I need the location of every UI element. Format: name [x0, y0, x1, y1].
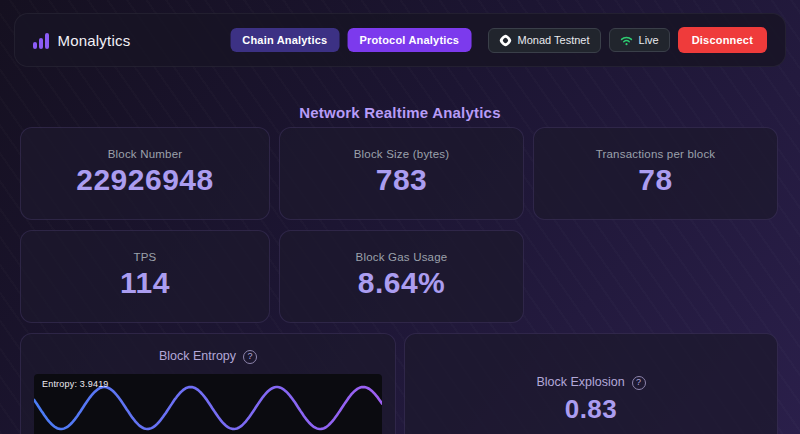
brand-logo[interactable]: Monalytics: [33, 32, 130, 49]
disconnect-button[interactable]: Disconnect: [678, 27, 767, 53]
bar-chart-icon: [33, 32, 49, 49]
page-title: Network Realtime Analytics: [0, 104, 800, 121]
tps-card: TPS 114: [20, 230, 270, 323]
stats-row-2: TPS 114 Block Gas Usage 8.64%: [20, 230, 524, 323]
live-badge[interactable]: Live: [609, 28, 670, 52]
stat-label: Block Size (bytes): [354, 147, 450, 161]
stat-value: 114: [120, 266, 170, 300]
wifi-icon: [620, 35, 633, 46]
monad-diamond-icon: [499, 34, 512, 47]
network-badge[interactable]: Monad Testnet: [488, 28, 601, 53]
transactions-per-block-card: Transactions per block 78: [533, 127, 778, 220]
stat-label: Block Number: [108, 147, 183, 161]
block-explosion-title-row: Block Explosion ?: [536, 374, 645, 391]
stat-label: Transactions per block: [596, 147, 716, 161]
stat-label: TPS: [134, 250, 157, 264]
nav-tabs: Chain Analytics Protocol Analytics: [230, 28, 471, 52]
stats-row-1: Block Number 22926948 Block Size (bytes)…: [20, 127, 778, 220]
block-size-card: Block Size (bytes) 783: [279, 127, 524, 220]
block-gas-usage-card: Block Gas Usage 8.64%: [279, 230, 524, 323]
protocol-analytics-button[interactable]: Protocol Analytics: [347, 28, 471, 52]
block-explosion-title: Block Explosion: [536, 374, 624, 391]
chain-analytics-button[interactable]: Chain Analytics: [230, 28, 339, 52]
stat-label: Block Gas Usage: [356, 250, 448, 264]
block-entropy-panel: Block Entropy ? Entropy: 3.9419: [20, 333, 396, 434]
entropy-reading-label: Entropy: 3.9419: [42, 379, 109, 389]
live-badge-label: Live: [639, 34, 659, 46]
top-navbar: Monalytics Chain Analytics Protocol Anal…: [14, 13, 786, 67]
entropy-wave-chart: Entropy: 3.9419: [34, 374, 382, 434]
stat-value: 8.64%: [358, 266, 446, 300]
block-entropy-title-row: Block Entropy ?: [21, 348, 395, 365]
charts-row: Block Entropy ? Entropy: 3.9419 Block Ex…: [20, 333, 778, 434]
network-badge-label: Monad Testnet: [518, 34, 590, 46]
block-explosion-panel: Block Explosion ? 0.83: [404, 333, 778, 434]
brand-name: Monalytics: [58, 32, 131, 49]
stat-value: 78: [638, 163, 672, 197]
question-circle-icon[interactable]: ?: [632, 376, 646, 390]
question-circle-icon[interactable]: ?: [243, 350, 257, 364]
navbar-right-group: Monad Testnet Live Disconnect: [488, 27, 767, 53]
stat-value: 783: [376, 163, 428, 197]
block-entropy-title: Block Entropy: [159, 348, 236, 365]
block-explosion-value: 0.83: [565, 394, 618, 424]
block-number-card: Block Number 22926948: [20, 127, 270, 220]
stat-value: 22926948: [76, 163, 213, 197]
